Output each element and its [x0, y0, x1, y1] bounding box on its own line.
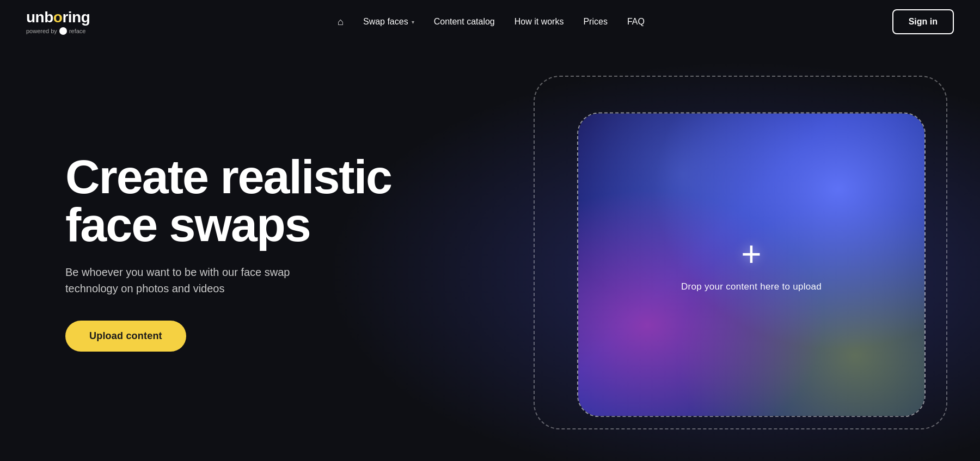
nav-item-faq[interactable]: FAQ	[627, 17, 645, 27]
nav-item-content-catalog[interactable]: Content catalog	[434, 17, 495, 27]
logo-area: unboring powered by reface	[26, 9, 90, 35]
nav-how-it-works-label: How it works	[514, 17, 564, 27]
upload-gradient-bg: + Drop your content here to upload	[578, 113, 924, 416]
hero-section: Create realistic face swaps Be whoever y…	[0, 44, 980, 461]
plus-icon: +	[741, 237, 761, 272]
upload-dropzone[interactable]: + Drop your content here to upload	[577, 112, 926, 417]
drop-text: Drop your content here to upload	[681, 281, 822, 292]
chevron-down-icon: ▾	[412, 19, 414, 25]
nav-faq-label: FAQ	[627, 17, 645, 27]
hero-subtext: Be whoever you want to be with our face …	[65, 264, 327, 297]
nav-item-prices[interactable]: Prices	[583, 17, 607, 27]
home-icon[interactable]: ⌂	[338, 16, 344, 28]
hero-headline-line1: Create realistic	[65, 150, 391, 204]
hero-right: + Drop your content here to upload	[446, 44, 980, 461]
reface-icon	[59, 27, 67, 35]
hero-left: Create realistic face swaps Be whoever y…	[0, 153, 446, 352]
navbar: unboring powered by reface ⌂ Swap faces …	[0, 0, 980, 44]
logo: unboring	[26, 9, 90, 26]
logo-highlight: o	[53, 9, 63, 26]
upload-content-button[interactable]: Upload content	[65, 321, 186, 352]
nav-center: ⌂ Swap faces ▾ Content catalog How it wo…	[338, 16, 645, 28]
logo-powered-by: powered by reface	[26, 27, 90, 35]
nav-item-swap-faces[interactable]: Swap faces ▾	[363, 17, 414, 27]
powered-brand-text: reface	[69, 28, 86, 34]
hero-headline-line2: face swaps	[65, 198, 310, 251]
nav-content-catalog-label: Content catalog	[434, 17, 495, 27]
powered-by-text: powered by	[26, 28, 57, 34]
nav-item-how-it-works[interactable]: How it works	[514, 17, 564, 27]
signin-button[interactable]: Sign in	[892, 9, 954, 34]
nav-prices-label: Prices	[583, 17, 607, 27]
nav-swap-faces-label: Swap faces	[363, 17, 408, 27]
hero-headline: Create realistic face swaps	[65, 153, 446, 249]
